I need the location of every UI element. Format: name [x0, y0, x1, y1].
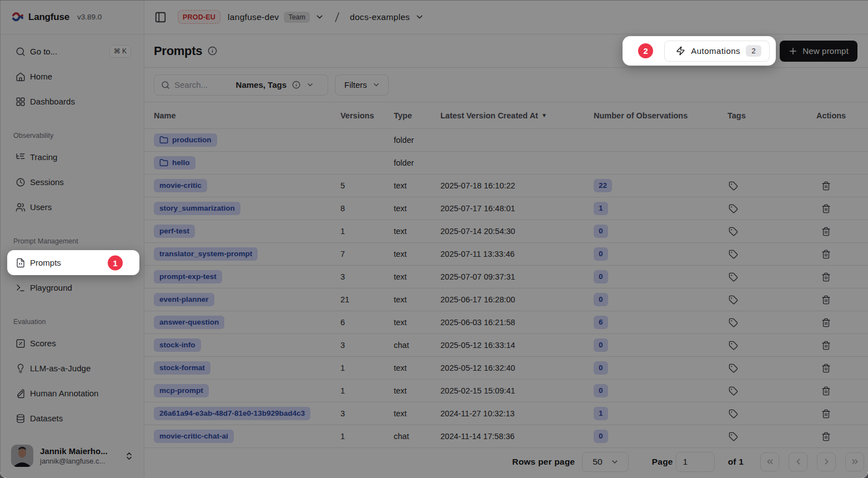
tags-button[interactable]: [727, 385, 739, 397]
next-page-button[interactable]: [817, 452, 836, 471]
sidebar-item-tracing[interactable]: Tracing: [7, 145, 139, 170]
table-row[interactable]: stock-format 1 text 2025-05-12 16:32:40 …: [144, 357, 868, 380]
sidebar-item-prompts[interactable]: Prompts 1: [7, 250, 139, 275]
prompt-name-badge[interactable]: movie-critic-chat-ai: [154, 430, 234, 442]
new-prompt-button[interactable]: New prompt: [780, 41, 857, 62]
table-row[interactable]: stock-info 3 chat 2025-05-12 16:33:14 0: [144, 334, 868, 357]
users-icon: [16, 202, 26, 212]
tags-button[interactable]: [727, 203, 739, 215]
dashboards-icon: [16, 97, 26, 107]
org-name[interactable]: langfuse-dev: [228, 12, 279, 22]
delete-prompt-button[interactable]: [820, 271, 832, 283]
sidebar-item-llm-as-a-judge[interactable]: LLM-as-a-Judge: [7, 356, 139, 381]
delete-prompt-button[interactable]: [820, 180, 832, 192]
last-page-button[interactable]: [845, 452, 864, 471]
sidebar-item-sessions[interactable]: Sessions: [7, 170, 139, 195]
user-account-button[interactable]: Jannik Maierho... jannik@langfuse.c...: [0, 439, 144, 478]
sidebar-item-human-annotation[interactable]: Human Annotation: [7, 381, 139, 406]
prompt-name-badge[interactable]: movie-critic: [154, 179, 207, 192]
delete-prompt-button[interactable]: [820, 431, 832, 442]
column-header-versions[interactable]: Versions: [340, 111, 394, 120]
first-page-button[interactable]: [760, 452, 779, 471]
versions-cell: 3: [340, 341, 394, 350]
project-switcher[interactable]: docs-examples: [350, 12, 424, 22]
tags-button[interactable]: [727, 271, 739, 283]
previous-page-button[interactable]: [789, 452, 807, 471]
tags-button[interactable]: [727, 408, 739, 420]
table-row[interactable]: production folder: [144, 129, 868, 152]
sidebar-section-label: Observability: [7, 114, 139, 145]
prompt-name-badge[interactable]: answer-question: [154, 316, 224, 328]
table-row[interactable]: perf-test 1 text 2025-07-14 20:54:30 0: [144, 220, 868, 243]
table-row[interactable]: answer-question 6 text 2025-06-03 16:21:…: [144, 311, 868, 334]
sidebar-item-dashboards[interactable]: Dashboards: [7, 89, 139, 114]
table-row[interactable]: hello folder: [144, 152, 868, 175]
prompt-name-badge[interactable]: translator_system-prompt: [154, 247, 258, 260]
delete-prompt-button[interactable]: [820, 385, 832, 397]
prompt-name-badge[interactable]: stock-format: [154, 361, 210, 374]
chevron-down-icon[interactable]: [415, 12, 424, 22]
delete-prompt-button[interactable]: [820, 408, 832, 420]
prompt-name-badge[interactable]: story_summarization: [154, 202, 240, 215]
sidebar-item-label: Dashboards: [30, 97, 75, 106]
chevron-down-icon[interactable]: [315, 12, 324, 22]
org-switcher[interactable]: langfuse-dev Team: [228, 12, 324, 23]
sidebar-item-users[interactable]: Users: [7, 195, 139, 220]
sidebar-item-datasets[interactable]: Datasets: [7, 406, 139, 431]
search-input[interactable]: [174, 80, 230, 89]
search-box[interactable]: Names, Tags: [154, 74, 328, 96]
tags-button[interactable]: [727, 226, 739, 237]
prompt-name-badge[interactable]: stock-info: [154, 338, 201, 351]
name-cell: story_summarization: [144, 202, 340, 215]
tags-button[interactable]: [727, 317, 739, 328]
table-row[interactable]: prompt-exp-test 3 text 2025-07-07 09:37:…: [144, 266, 868, 288]
tags-button[interactable]: [727, 340, 739, 351]
table-row[interactable]: event-planner 21 text 2025-06-17 16:28:0…: [144, 288, 868, 311]
sidebar-toggle-button[interactable]: [154, 11, 167, 23]
sidebar-item-go-to[interactable]: Go to... ⌘ K: [7, 39, 139, 64]
column-header-type[interactable]: Type: [394, 111, 440, 120]
rows-per-page-select[interactable]: 50: [582, 452, 629, 472]
table-row[interactable]: story_summarization 8 text 2025-07-17 16…: [144, 197, 868, 220]
prompt-name-badge[interactable]: event-planner: [154, 293, 214, 306]
delete-prompt-button[interactable]: [820, 248, 832, 260]
column-header-observations[interactable]: Number of Observations: [594, 111, 727, 120]
prompt-name-badge[interactable]: mcp-prompt: [154, 384, 209, 397]
tags-button[interactable]: [727, 248, 739, 260]
page-number-input[interactable]: [676, 452, 715, 472]
tags-button[interactable]: [727, 294, 739, 306]
delete-prompt-button[interactable]: [820, 203, 832, 215]
filters-button[interactable]: Filters: [335, 74, 389, 96]
tags-button[interactable]: [727, 362, 739, 374]
delete-prompt-button[interactable]: [820, 362, 832, 374]
table-row[interactable]: 26a61a94-e3ab-48d7-81e0-13b929bad4c3 3 t…: [144, 402, 868, 425]
table-row[interactable]: movie-critic-chat-ai 1 chat 2024-11-14 1…: [144, 425, 868, 448]
prompt-name-badge[interactable]: hello: [154, 156, 195, 169]
tags-button[interactable]: [727, 431, 739, 442]
column-header-tags[interactable]: Tags: [727, 111, 816, 120]
delete-prompt-button[interactable]: [820, 226, 832, 237]
table-row[interactable]: movie-critic 5 text 2025-07-18 16:10:22 …: [144, 175, 868, 197]
table-row[interactable]: translator_system-prompt 7 text 2025-07-…: [144, 243, 868, 266]
sidebar-item-playground[interactable]: Playground: [7, 275, 139, 300]
search-scope-button[interactable]: Names, Tags: [235, 79, 315, 91]
chevron-down-icon: [372, 81, 380, 89]
delete-prompt-button[interactable]: [820, 317, 832, 328]
table-row[interactable]: mcp-prompt 1 text 2025-02-15 15:09:41 0: [144, 380, 868, 402]
prompt-name-badge[interactable]: production: [154, 133, 217, 146]
prompt-name-badge[interactable]: 26a61a94-e3ab-48d7-81e0-13b929bad4c3: [154, 407, 310, 420]
sidebar-item-home[interactable]: Home: [7, 64, 139, 89]
column-header-name[interactable]: Name: [144, 111, 340, 120]
info-icon[interactable]: [208, 46, 217, 56]
column-header-created[interactable]: Latest Version Created At ▼: [440, 111, 594, 120]
sidebar-item-label: Datasets: [30, 414, 63, 423]
sidebar-item-scores[interactable]: Scores: [7, 331, 139, 356]
observations-cell: 22: [594, 179, 727, 192]
prompt-name-badge[interactable]: perf-test: [154, 225, 195, 237]
prompt-name-badge[interactable]: prompt-exp-test: [154, 270, 222, 283]
automations-button[interactable]: Automations 2: [664, 41, 770, 62]
delete-prompt-button[interactable]: [820, 294, 832, 306]
project-name[interactable]: docs-examples: [350, 12, 410, 22]
delete-prompt-button[interactable]: [820, 340, 832, 351]
tags-button[interactable]: [727, 180, 739, 192]
